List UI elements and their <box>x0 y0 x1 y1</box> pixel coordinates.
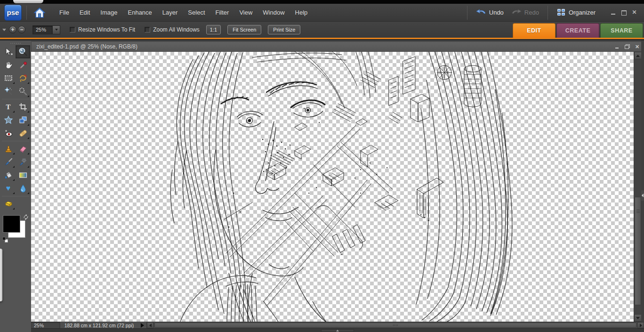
zoom-dropdown-button[interactable] <box>52 25 60 34</box>
magic-wand-tool[interactable] <box>1 85 16 98</box>
shape-tool[interactable]: ♥ <box>1 182 16 195</box>
flyout-indicator <box>27 82 29 84</box>
blur-tool[interactable] <box>16 182 30 195</box>
document-titlebar[interactable]: zixi_edited-1.psd @ 25% (Nose, RGB/8) ✕ <box>31 41 644 52</box>
organizer-grid-icon <box>557 9 565 16</box>
menu-layer[interactable]: Layer <box>157 5 183 20</box>
paint-bucket-tool[interactable] <box>1 169 16 182</box>
print-size-button[interactable]: Print Size <box>268 25 300 34</box>
scroll-up-button[interactable] <box>634 52 642 59</box>
flyout-indicator <box>13 153 15 154</box>
artwork-shoulder <box>180 275 327 322</box>
status-flyout-button[interactable] <box>138 322 146 328</box>
lasso-tool[interactable] <box>16 72 30 85</box>
flyout-indicator <box>13 82 15 84</box>
zoom-out-button[interactable]: − <box>18 26 25 33</box>
redo-button[interactable]: Redo <box>507 6 543 19</box>
tab-create[interactable]: CREATE <box>556 23 599 38</box>
status-zoom-field[interactable]: 25% <box>31 322 60 328</box>
eraser-icon <box>18 144 28 154</box>
crop-tool[interactable] <box>16 100 30 113</box>
menu-filter[interactable]: Filter <box>210 5 234 20</box>
doc-minimize-button[interactable] <box>615 44 620 49</box>
minimize-button[interactable] <box>611 10 617 15</box>
gradient-tool[interactable] <box>16 169 30 182</box>
brush-tool[interactable] <box>1 155 16 169</box>
pse-logo[interactable]: pse <box>4 5 22 21</box>
maximize-button[interactable] <box>621 10 627 15</box>
arrow-up-icon <box>636 55 640 57</box>
tool-grid: T <box>0 100 31 140</box>
resize-windows-checkbox[interactable] <box>70 27 75 32</box>
horizontal-scrollbar[interactable] <box>146 322 644 328</box>
scroll-down-button[interactable] <box>634 314 642 322</box>
flyout-indicator <box>27 192 29 194</box>
actual-pixels-button[interactable]: 1:1 <box>206 25 221 34</box>
menu-select[interactable]: Select <box>183 5 210 20</box>
eraser-tool[interactable] <box>16 142 30 155</box>
vertical-scrollbar[interactable] <box>634 52 641 322</box>
menu-enhance[interactable]: Enhance <box>123 5 157 20</box>
doc-close-button[interactable]: ✕ <box>635 44 640 49</box>
fit-screen-button[interactable]: Fit Screen <box>227 25 261 34</box>
smart-brush-icon <box>18 157 28 167</box>
move-icon <box>4 47 13 57</box>
undo-button[interactable]: Undo <box>472 6 507 19</box>
close-button[interactable]: ✕ <box>631 10 637 15</box>
tab-edit[interactable]: EDIT <box>513 23 555 38</box>
foreground-color-swatch[interactable] <box>3 215 20 233</box>
menu-view[interactable]: View <box>234 5 258 20</box>
options-flyout-icon[interactable] <box>2 29 6 31</box>
menu-items: File Edit Image Enhance Layer Select Fil… <box>54 5 313 20</box>
zoom-tool[interactable] <box>16 45 30 58</box>
type-tool[interactable]: T <box>1 100 16 113</box>
recompose-tool[interactable] <box>16 113 30 127</box>
spot-healing-brush-tool[interactable] <box>16 127 30 140</box>
scroll-right-button[interactable] <box>637 322 644 328</box>
artwork-city-towers <box>361 57 481 123</box>
arrow-down-icon <box>636 317 640 319</box>
menu-file[interactable]: File <box>54 5 74 20</box>
welcome-home-button[interactable] <box>32 6 48 20</box>
lasso-icon <box>18 73 28 83</box>
eyedropper-tool[interactable] <box>16 58 30 72</box>
smart-brush-tool[interactable] <box>16 155 30 169</box>
marquee-tool[interactable] <box>1 72 16 85</box>
quick-selection-tool[interactable] <box>16 85 30 98</box>
horizontal-scroll-thumb[interactable] <box>154 323 636 328</box>
tab-share[interactable]: SHARE <box>600 23 643 38</box>
cookie-cutter-tool[interactable] <box>1 113 16 127</box>
canvas-artwork <box>31 52 634 322</box>
organizer-button[interactable]: Organizer <box>553 6 600 19</box>
clone-stamp-tool[interactable] <box>1 142 16 155</box>
menu-image[interactable]: Image <box>95 5 122 20</box>
blur-drop-icon <box>18 184 28 193</box>
tool-options-bar: + − 25% Resize Windows To Fit Zoom All W… <box>0 22 644 39</box>
doc-restore-button[interactable] <box>625 44 630 49</box>
toolbar-grip[interactable] <box>0 41 31 45</box>
zoom-level-value[interactable]: 25% <box>32 25 52 34</box>
swap-colors-icon[interactable] <box>23 214 29 220</box>
resize-windows-label: Resize Windows To Fit <box>78 26 135 33</box>
zoom-all-windows-checkbox[interactable] <box>145 27 150 32</box>
edge-scroll-handle[interactable] <box>0 249 2 301</box>
scroll-left-button[interactable] <box>147 322 153 328</box>
default-colors-icon[interactable] <box>2 237 8 243</box>
menu-window[interactable]: Window <box>258 5 290 20</box>
project-bin-handle[interactable] <box>321 329 354 332</box>
sponge-tool[interactable] <box>1 197 16 211</box>
red-eye-removal-tool[interactable] <box>1 127 16 140</box>
panel-bin-handle[interactable] <box>641 190 644 201</box>
canvas[interactable] <box>31 52 634 322</box>
menu-help[interactable]: Help <box>290 5 313 20</box>
move-tool[interactable] <box>1 45 16 58</box>
menu-edit[interactable]: Edit <box>74 5 95 20</box>
type-icon: T <box>6 103 10 111</box>
flyout-indicator <box>27 153 29 154</box>
undo-label: Undo <box>489 9 504 16</box>
zoom-in-button[interactable]: + <box>9 26 16 33</box>
hand-tool[interactable] <box>1 58 16 72</box>
vertical-scroll-thumb[interactable] <box>635 197 641 305</box>
divider <box>2 141 29 141</box>
zoom-level-field[interactable]: 25% <box>32 25 60 34</box>
